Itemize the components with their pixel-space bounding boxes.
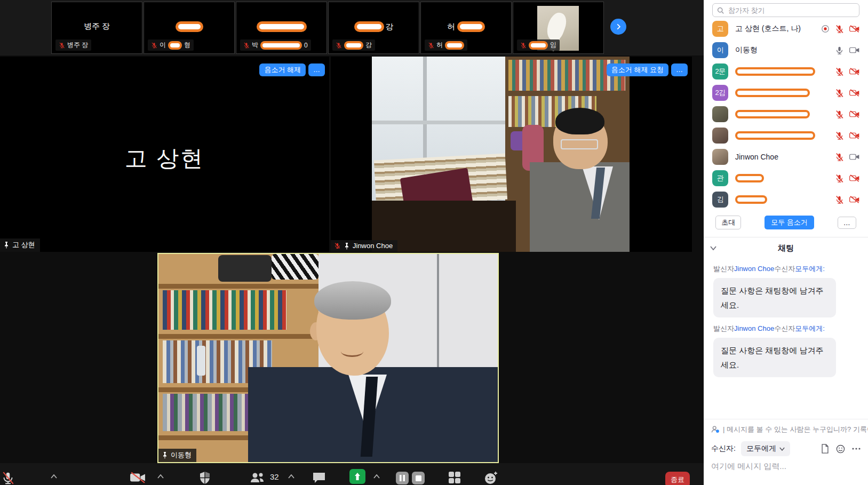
camera-icon[interactable] (849, 46, 859, 54)
tile-center-name (236, 21, 327, 32)
participant-row[interactable] (704, 125, 868, 146)
participant-avatar: 2김 (712, 85, 728, 101)
participants-more-button[interactable]: … (838, 217, 856, 229)
participants-panel: 고 고 상현 (호스트, 나) 이 이동형 2문 2김 (704, 0, 868, 236)
participant-avatar: 이 (712, 42, 728, 58)
gallery-tile[interactable]: 강 강 (328, 2, 419, 54)
reactions-button[interactable] (484, 471, 498, 485)
participant-search[interactable] (712, 3, 859, 17)
chat-sender[interactable]: Jinwon Choe (734, 324, 774, 332)
camera-off-icon[interactable] (849, 25, 859, 33)
camera-off-icon[interactable] (849, 67, 859, 76)
chat-sender[interactable]: Jinwon Choe (734, 265, 774, 273)
emoji-icon[interactable] (836, 444, 845, 454)
participants-button[interactable] (250, 471, 266, 484)
gallery-tile[interactable]: 허 허 (420, 2, 512, 54)
mic-off-icon (59, 42, 65, 49)
redacted-name (457, 21, 485, 32)
participant-search-input[interactable] (727, 6, 855, 15)
chevron-right-icon (615, 23, 622, 30)
video-options-chevron[interactable] (157, 474, 164, 479)
redacted-name (168, 41, 182, 50)
pin-icon (344, 242, 350, 250)
mic-off-icon[interactable] (835, 195, 844, 204)
camera-off-icon[interactable] (849, 89, 859, 97)
mic-icon[interactable] (835, 46, 844, 55)
camera-off-icon[interactable] (849, 195, 859, 204)
camera-icon[interactable] (849, 153, 859, 161)
chevron-down-icon (779, 447, 785, 451)
mic-off-icon[interactable] (835, 153, 844, 162)
ask-unmute-button[interactable]: 음소거 해제 요청 (607, 63, 668, 76)
gallery-next-button[interactable] (610, 19, 626, 35)
participant-row[interactable]: 2문 (704, 61, 868, 82)
camera-off-icon[interactable] (849, 131, 859, 140)
privacy-person-icon (711, 425, 720, 434)
participant-row[interactable]: 이 이동형 (704, 39, 868, 61)
participant-name (735, 89, 835, 97)
gallery-tile[interactable]: 이형 (144, 2, 235, 54)
participant-row[interactable]: 2김 (704, 82, 868, 104)
security-button[interactable] (198, 471, 211, 485)
mute-all-button[interactable]: 모두 음소거 (765, 216, 814, 229)
chat-recipient[interactable]: 모두에게: (795, 265, 825, 273)
video-tile-host[interactable]: 음소거 해제 … 고 상현 고 상현 (0, 57, 329, 252)
mute-button[interactable] (1, 471, 15, 485)
share-options-chevron[interactable] (373, 474, 380, 479)
end-meeting-button[interactable]: 종료 (665, 472, 690, 485)
gallery-tile[interactable]: 병주 장 병주 장 (51, 2, 142, 54)
participant-name (735, 131, 835, 140)
recipient-row: 수신자: 모두에게 (704, 438, 868, 457)
redacted-name (735, 67, 815, 76)
stop-recording-button[interactable] (412, 472, 425, 484)
mic-off-icon[interactable] (835, 174, 844, 183)
mic-off-icon[interactable] (835, 89, 844, 98)
tile-more-button[interactable]: … (308, 63, 325, 76)
participant-row[interactable]: 김 (704, 189, 868, 210)
video-feed-jinwon (372, 57, 630, 252)
mic-off-icon[interactable] (835, 110, 844, 119)
gallery-tile[interactable]: 박0 (236, 2, 327, 54)
video-tile-active-speaker[interactable]: 이동형 (157, 253, 499, 463)
mic-options-chevron[interactable] (51, 474, 57, 479)
jinwon-name-label: Jinwon Choe (353, 242, 393, 250)
redacted-name (735, 89, 810, 97)
apps-button[interactable] (448, 471, 461, 484)
tile-more-button[interactable]: … (671, 63, 688, 76)
gallery-tiles: 병주 장 병주 장 이형 박0 강 강 허 허 임 (51, 2, 604, 54)
privacy-note-text: | 메시지를 볼 수 있는 사람은 누구입니까? 기록이 켜져 (723, 425, 868, 434)
recipient-dropdown[interactable]: 모두에게 (741, 441, 790, 456)
video-tile-jinwon[interactable]: 음소거 해제 요청 … Jinwon Choe (331, 57, 692, 252)
participant-row[interactable]: Jinwon Choe (704, 146, 868, 168)
file-attach-icon[interactable] (821, 444, 829, 454)
participant-avatar: 고 (712, 21, 728, 37)
camera-off-icon[interactable] (849, 110, 859, 118)
start-video-button[interactable] (130, 471, 146, 484)
camera-off-icon[interactable] (849, 174, 859, 182)
chat-message-input[interactable] (704, 457, 848, 471)
mic-off-icon[interactable] (835, 67, 844, 76)
participant-row[interactable] (704, 104, 868, 125)
chat-button[interactable] (312, 471, 326, 484)
redacted-name (344, 41, 363, 50)
tile-name-tag: 강 (332, 39, 375, 51)
mic-off-icon[interactable] (835, 131, 844, 140)
collapse-chat-icon[interactable] (710, 246, 716, 250)
unmute-button[interactable]: 음소거 해제 (259, 63, 306, 76)
mic-off-icon[interactable] (835, 25, 844, 34)
recipient-label: 수신자: (711, 444, 736, 454)
arrow-up-icon (354, 472, 361, 481)
pause-recording-button[interactable] (396, 472, 409, 484)
participant-row[interactable]: 고 고 상현 (호스트, 나) (704, 18, 868, 39)
share-screen-button[interactable] (349, 469, 365, 484)
chat-more-icon[interactable] (852, 448, 861, 450)
gallery-tile[interactable]: 임 (513, 2, 604, 54)
redacted-name (354, 21, 384, 32)
tile-name-tag: 병주 장 (55, 39, 91, 51)
invite-button[interactable]: 초대 (715, 216, 741, 229)
chat-recipient[interactable]: 모두에게: (795, 324, 825, 332)
participants-chevron[interactable] (288, 474, 294, 479)
host-name-label: 고 상현 (12, 240, 35, 250)
mic-off-icon (151, 42, 157, 49)
participant-row[interactable]: 관 (704, 168, 868, 189)
